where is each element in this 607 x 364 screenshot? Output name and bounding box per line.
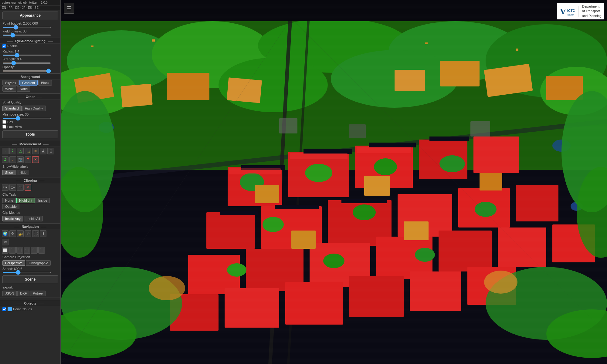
show-labels-btn[interactable]: Show [2, 170, 16, 175]
app-title: potree.org - github - twitter [2, 1, 37, 4]
point-clouds-color-dot [8, 307, 12, 311]
splat-quality-row: Splat Quality [0, 99, 60, 105]
measure-height-icon[interactable]: ↕ [9, 156, 16, 163]
victoria-logo-svg: V ICTORIA State Government [559, 5, 575, 17]
bg-skybox-btn[interactable]: Skybox [2, 80, 19, 86]
bg-white-btn[interactable]: White [2, 86, 16, 92]
svg-text:V: V [560, 7, 566, 16]
clip-inside-all-btn[interactable]: Inside All [24, 216, 43, 221]
min-node-slider[interactable] [2, 118, 51, 119]
clip-remove-icon[interactable]: ⬚- [17, 184, 24, 191]
clipping-icons-row: ⬚+ ⬡+ ⬚- ✕ [0, 183, 60, 192]
splat-high-quality-btn[interactable]: High Quality [22, 106, 46, 111]
bg-gradient-btn[interactable]: Gradient [19, 80, 38, 86]
export-dxf-btn[interactable]: DXF [17, 291, 29, 296]
measure-distance-icon[interactable]: ⌇ [9, 148, 16, 154]
logo-divider [578, 6, 578, 17]
box-checkbox[interactable] [2, 120, 6, 124]
clip-task-outside-btn[interactable]: Outside [2, 204, 19, 209]
clip-inside-any-btn[interactable]: Inside Any [2, 216, 23, 221]
bg-black-btn[interactable]: Black [38, 80, 52, 86]
scene-section[interactable]: Scene [2, 275, 58, 283]
opacity-slider[interactable] [2, 70, 51, 72]
orthographic-btn[interactable]: Orthographic [26, 260, 51, 266]
nav-earth-icon[interactable]: 🌍 [2, 230, 8, 237]
export-label: Export: [2, 285, 13, 289]
measure-area-icon[interactable]: △ [17, 148, 24, 154]
navigation-icons: 🌍 ✈ 🚁 ⊕ ⛶ ℹ [0, 229, 60, 238]
measure-clear-icon[interactable]: ✕ [32, 156, 39, 163]
measure-profile-icon[interactable]: ⌹ [47, 148, 54, 154]
fov-slider[interactable] [2, 35, 51, 36]
clip-task-label: Clip Task [2, 193, 16, 196]
measure-volume-box-icon[interactable]: ⬚ [25, 148, 31, 154]
nav-fullscreen-icon[interactable]: ⛶ [32, 230, 39, 237]
show-hide-row: Show/Hide labels [0, 164, 60, 169]
point-cloud-canvas [61, 0, 607, 364]
measurement-section-header: Measurement [0, 141, 60, 147]
eye-dome-section-header: Eye-Dome-Lighting [0, 38, 60, 44]
lock-view-checkbox[interactable] [2, 125, 6, 129]
strength-slider[interactable] [2, 62, 51, 64]
main-3d-view[interactable]: ☰ V ICTORIA State Government Department … [61, 0, 607, 364]
app-version: 1.0.0 [41, 1, 47, 4]
speed-slider[interactable] [2, 272, 51, 273]
clip-task-none-btn[interactable]: None [2, 198, 16, 203]
clip-task-buttons: None Highlight Inside Outside [0, 197, 60, 210]
svg-text:ICTORIA: ICTORIA [567, 9, 575, 12]
cam-view-3[interactable]: ⬛ [16, 247, 23, 254]
eye-dome-enable-row: Enable [0, 44, 60, 49]
background-buttons: Skybox Gradient Black White None [0, 79, 60, 92]
cam-view-1[interactable]: ⬜ [2, 247, 8, 254]
camera-view-icons: ⬜ ⬛ ⬛ ⬛ ⬛ ⬛ [0, 246, 60, 254]
cam-view-5[interactable]: ⬛ [31, 247, 38, 254]
measure-circle-icon[interactable]: ⊙ [2, 156, 8, 163]
nav-orbit-icon[interactable]: ⊕ [25, 230, 31, 237]
clip-method-buttons: Inside Any Inside All [0, 215, 60, 222]
measure-compass-icon[interactable]: N [32, 148, 39, 154]
svg-text:State: State [567, 13, 574, 16]
radius-slider[interactable] [2, 55, 51, 56]
nav-info-icon[interactable]: ℹ [40, 230, 46, 237]
measure-angle-icon[interactable]: ∡ [40, 148, 46, 154]
tools-section[interactable]: Tools [2, 130, 58, 138]
measure-camera-icon[interactable]: 📷 [17, 156, 24, 163]
export-potree-btn[interactable]: Potree [30, 291, 45, 296]
measure-point-icon[interactable]: · [2, 148, 8, 154]
nav-home-icon[interactable]: 👁 [2, 239, 8, 245]
clip-add-poly-icon[interactable]: ⬡+ [9, 184, 16, 191]
objects-section-header: Objects [0, 300, 60, 306]
language-bar[interactable]: EN · FR · DE · JP · ES · SE [0, 5, 60, 10]
perspective-btn[interactable]: Perspective [2, 260, 25, 266]
cam-view-2[interactable]: ⬛ [9, 247, 16, 254]
language-options: EN · FR · DE · JP · ES · SE [2, 6, 39, 9]
clip-method-row: Clip Method [0, 210, 60, 215]
svg-text:Government: Government [567, 16, 575, 17]
cam-view-4[interactable]: ⬛ [24, 247, 30, 254]
clip-clear-icon[interactable]: ✕ [25, 184, 31, 191]
clipping-section-header: Clipping [0, 177, 60, 183]
navigation-section-header: Navigation [0, 223, 60, 229]
bg-none-btn[interactable]: None [17, 86, 30, 92]
splat-standard-btn[interactable]: Standard [2, 106, 22, 111]
clip-task-inside-btn[interactable]: Inside [36, 198, 50, 203]
nav-fly-icon[interactable]: ✈ [9, 230, 16, 237]
point-clouds-checkbox[interactable] [2, 307, 6, 311]
measure-pin-icon[interactable]: 📍 [25, 156, 31, 163]
export-json-btn[interactable]: JSON [2, 291, 17, 296]
clip-add-volume-icon[interactable]: ⬚+ [2, 184, 8, 191]
menu-button[interactable]: ☰ [64, 3, 74, 14]
eye-dome-checkbox[interactable] [2, 44, 6, 48]
hide-labels-btn[interactable]: Hide [17, 170, 29, 175]
measurement-icons-row1: · ⌇ △ ⬚ N ∡ ⌹ [0, 147, 60, 155]
appearance-section[interactable]: Appearance [2, 12, 58, 19]
point-budget-slider[interactable] [2, 27, 51, 28]
nav-heli-icon[interactable]: 🚁 [17, 230, 24, 237]
cam-view-6[interactable]: ⬛ [38, 247, 45, 254]
show-hide-buttons: Show Hide [0, 169, 60, 176]
clip-method-label: Clip Method [2, 211, 20, 214]
svg-rect-100 [61, 0, 607, 364]
sidebar: potree.org - github - twitter 1.0.0 EN ·… [0, 0, 61, 364]
clip-task-highlight-btn[interactable]: Highlight [16, 198, 35, 203]
point-clouds-label: Point Clouds [13, 307, 32, 311]
